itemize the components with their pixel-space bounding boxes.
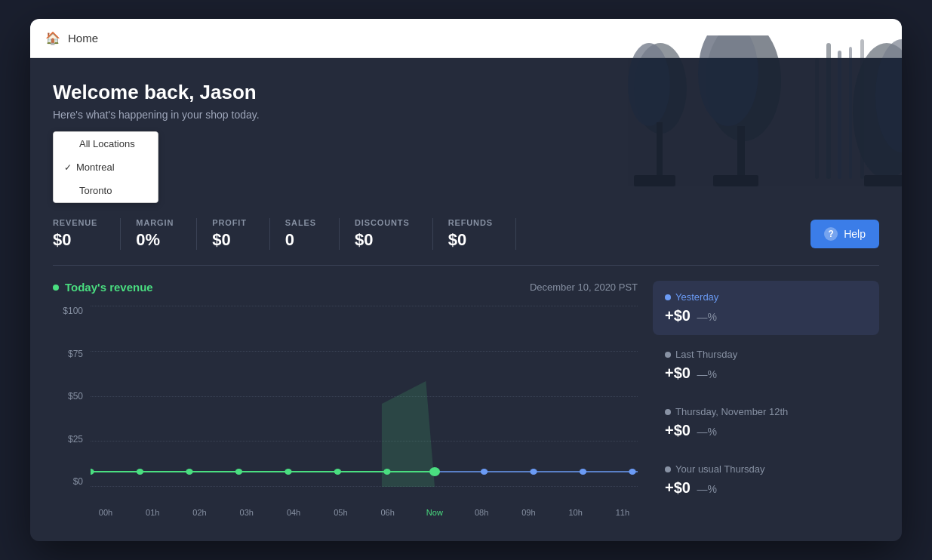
metric-revenue: REVENUE $0 bbox=[53, 218, 121, 250]
metric-discounts: DISCOUNTS $0 bbox=[340, 218, 433, 250]
x-label-09h: 09h bbox=[513, 508, 543, 517]
chart-svg bbox=[91, 306, 638, 487]
x-label-04h: 04h bbox=[278, 508, 309, 517]
svg-point-29 bbox=[580, 469, 586, 475]
chart-header: Today's revenue December 10, 2020 PST bbox=[53, 281, 638, 294]
svg-rect-14 bbox=[634, 175, 675, 186]
nov12-dot-icon bbox=[665, 409, 671, 415]
comparison-card-last-thursday: Last Thursday +$0 —% bbox=[653, 338, 879, 392]
metric-profit: PROFIT $0 bbox=[197, 218, 270, 250]
comparison-value-usual-thursday: +$0 —% bbox=[665, 479, 867, 497]
comparison-card-usual-thursday: Your usual Thursday +$0 —% bbox=[653, 453, 879, 507]
comparison-value-last-thursday: +$0 —% bbox=[665, 365, 867, 382]
svg-point-25 bbox=[383, 469, 390, 475]
bottom-section: Today's revenue December 10, 2020 PST $1… bbox=[53, 281, 879, 517]
x-label-05h: 05h bbox=[325, 508, 355, 517]
y-label-25: $25 bbox=[53, 434, 83, 445]
nav-title: Home bbox=[68, 32, 98, 45]
chart-date: December 10, 2020 PST bbox=[530, 282, 638, 293]
x-label-01h: 01h bbox=[137, 508, 168, 517]
x-label-03h: 03h bbox=[232, 508, 262, 517]
chart-wrapper: $100 $75 $50 $25 $0 bbox=[53, 306, 638, 517]
comparison-value-nov12: +$0 —% bbox=[665, 422, 867, 439]
comparison-title-nov12: Thursday, November 12th bbox=[665, 406, 867, 417]
help-circle-icon: ? bbox=[824, 227, 838, 241]
chart-y-labels: $100 $75 $50 $25 $0 bbox=[53, 306, 83, 487]
chart-title: Today's revenue bbox=[53, 281, 153, 294]
svg-rect-15 bbox=[864, 175, 902, 186]
metrics-bar: REVENUE $0 MARGIN 0% PROFIT $0 SALES 0 D… bbox=[53, 218, 879, 250]
last-thursday-dot-icon bbox=[665, 352, 671, 358]
svg-rect-13 bbox=[713, 175, 758, 186]
nav-bar: 🏠 Home bbox=[30, 19, 902, 58]
svg-point-23 bbox=[285, 469, 291, 475]
x-label-00h: 00h bbox=[91, 508, 121, 517]
x-label-10h: 10h bbox=[561, 508, 591, 517]
main-content: Welcome back, Jason Here's what's happen… bbox=[30, 58, 902, 541]
comparison-title-yesterday: Yesterday bbox=[665, 291, 867, 303]
x-label-now: Now bbox=[420, 508, 450, 517]
divider bbox=[53, 265, 879, 266]
hero-subtitle: Here's what's happening in your shop tod… bbox=[53, 109, 879, 121]
comparison-title-usual-thursday: Your usual Thursday bbox=[665, 463, 867, 475]
svg-point-20 bbox=[137, 469, 143, 475]
hero-title: Welcome back, Jason bbox=[53, 81, 879, 104]
home-icon: 🏠 bbox=[45, 31, 60, 45]
chart-area: Today's revenue December 10, 2020 PST $1… bbox=[53, 281, 638, 517]
comparison-title-last-thursday: Last Thursday bbox=[665, 349, 867, 360]
svg-rect-2 bbox=[737, 126, 745, 186]
svg-point-21 bbox=[186, 469, 192, 475]
location-dropdown[interactable]: All Locations ✓ Montreal Toronto bbox=[53, 131, 158, 203]
svg-rect-5 bbox=[657, 122, 663, 186]
svg-point-24 bbox=[334, 469, 341, 475]
help-button[interactable]: ? Help bbox=[811, 220, 879, 248]
y-label-50: $50 bbox=[53, 391, 83, 402]
dropdown-item-all[interactable]: All Locations bbox=[54, 132, 158, 155]
x-label-08h: 08h bbox=[466, 508, 497, 517]
comparison-card-yesterday: Yesterday +$0 —% bbox=[653, 281, 879, 335]
x-label-06h: 06h bbox=[373, 508, 403, 517]
svg-point-19 bbox=[91, 469, 94, 475]
comparison-card-nov12: Thursday, November 12th +$0 —% bbox=[653, 395, 879, 450]
chart-line-svg-area bbox=[91, 306, 638, 487]
svg-point-22 bbox=[235, 469, 242, 475]
metric-margin: MARGIN 0% bbox=[121, 218, 197, 250]
y-label-100: $100 bbox=[53, 306, 83, 316]
yesterday-dot-icon bbox=[665, 294, 671, 300]
y-label-0: $0 bbox=[53, 476, 83, 487]
checkmark-icon: ✓ bbox=[64, 162, 72, 173]
metric-sales: SALES 0 bbox=[270, 218, 340, 250]
x-labels: 00h 01h 02h 03h 04h 05h 06h Now 08h 09h … bbox=[91, 494, 638, 517]
chart-dot-icon bbox=[53, 285, 59, 291]
comparison-value-yesterday: +$0 —% bbox=[665, 307, 867, 325]
chart-inner: 00h 01h 02h 03h 04h 05h 06h Now 08h 09h … bbox=[91, 306, 638, 517]
metric-refunds: REFUNDS $0 bbox=[433, 218, 516, 250]
dropdown-item-toronto[interactable]: Toronto bbox=[54, 179, 158, 202]
app-window: 🏠 Home bbox=[30, 19, 902, 541]
x-label-02h: 02h bbox=[185, 508, 215, 517]
y-label-75: $75 bbox=[53, 349, 83, 359]
right-sidebar: Yesterday +$0 —% Last Thursday +$0 —% bbox=[653, 281, 879, 517]
svg-point-30 bbox=[629, 469, 635, 475]
svg-point-27 bbox=[481, 469, 488, 475]
x-label-11h: 11h bbox=[607, 508, 638, 517]
dropdown-menu[interactable]: All Locations ✓ Montreal Toronto bbox=[53, 131, 158, 203]
svg-point-28 bbox=[530, 469, 537, 475]
svg-point-26 bbox=[429, 467, 440, 476]
hero-section: Welcome back, Jason Here's what's happen… bbox=[53, 81, 879, 121]
usual-thursday-dot-icon bbox=[665, 466, 671, 472]
dropdown-item-montreal[interactable]: ✓ Montreal bbox=[54, 155, 158, 179]
